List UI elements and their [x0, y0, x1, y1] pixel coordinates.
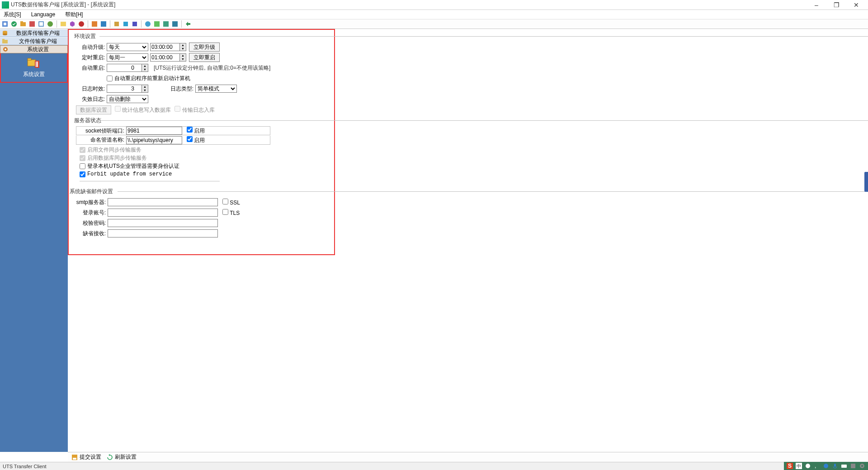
toolbar-icon-3[interactable]	[19, 20, 27, 28]
socket-port-label: socket侦听端口:	[76, 127, 124, 135]
refresh-settings-button[interactable]: 刷新设置	[107, 453, 137, 461]
tray-gear-icon[interactable]	[859, 463, 865, 469]
auto-restart-label: 自动重启:	[76, 64, 105, 72]
upgrade-now-button[interactable]: 立即升级	[189, 43, 220, 52]
toolbar-icon-18[interactable]	[171, 20, 179, 28]
toolbar-icon-5[interactable]	[38, 20, 45, 28]
login-account-input[interactable]	[108, 209, 218, 217]
toolbar-icon-15[interactable]	[144, 20, 151, 28]
svg-rect-6	[39, 22, 43, 26]
tray-icon-4[interactable]: ,	[814, 463, 820, 469]
minimize-button[interactable]: –	[807, 0, 826, 9]
toolbar-icon-2[interactable]	[10, 20, 18, 28]
menu-system[interactable]: 系统[S]	[2, 10, 23, 19]
svg-rect-40	[841, 465, 847, 468]
window-title: UTS数据传输客户端 [系统设置] - [系统设置]	[11, 1, 115, 9]
invalid-log-select[interactable]: 自动删除	[107, 95, 148, 103]
maximize-button[interactable]: ❐	[826, 0, 846, 9]
status-bar: UTS Transfer Client 0 0 B	[0, 462, 868, 470]
verify-pwd-label: 校验密码:	[76, 219, 106, 227]
status-app-name: UTS Transfer Client	[3, 464, 47, 469]
svg-rect-32	[73, 458, 76, 460]
socket-port-input[interactable]	[126, 127, 182, 135]
auto-restart-minutes-input[interactable]: ▲▼	[107, 64, 148, 72]
toolbar-icon-7[interactable]	[60, 20, 67, 28]
tls-label: TLS	[230, 210, 240, 216]
socket-enable-label: 启用	[194, 128, 205, 134]
log-type-select[interactable]: 简单模式	[195, 85, 237, 93]
tray-icon-2[interactable]: 中	[796, 463, 802, 469]
submit-settings-button[interactable]: 提交设置	[71, 453, 101, 461]
menu-language[interactable]: Language	[29, 10, 57, 19]
sched-restart-freq-select[interactable]: 每周一	[107, 53, 148, 62]
reboot-before-checkbox[interactable]	[107, 76, 113, 81]
svg-rect-29	[36, 62, 37, 67]
smtp-label: smtp服务器:	[76, 199, 106, 206]
tray-ime-icon[interactable]: S	[787, 463, 793, 469]
svg-text:,: ,	[815, 463, 816, 469]
toolbar-icon-10[interactable]	[91, 20, 98, 28]
svg-rect-4	[20, 21, 23, 23]
sidebar: 数据库传输客户端 文件传输客户端 系统设置 系统设置	[0, 29, 68, 452]
pipe-name-input[interactable]	[126, 136, 182, 144]
pipe-enable-checkbox[interactable]	[187, 136, 193, 142]
auto-upgrade-freq-select[interactable]: 每天	[107, 43, 148, 51]
restart-now-button[interactable]: 立即重启	[189, 53, 220, 62]
toolbar-icon-1[interactable]	[1, 20, 9, 28]
tray-mic-icon[interactable]	[832, 463, 838, 469]
save-icon	[71, 454, 78, 461]
auto-upgrade-label: 自动升级:	[76, 43, 105, 51]
toolbar-icon-17[interactable]	[162, 20, 170, 28]
tray-icon-8[interactable]	[850, 463, 856, 469]
sidebar-item-db-client[interactable]: 数据库传输客户端	[0, 29, 68, 37]
toolbar-icon-19[interactable]	[184, 20, 192, 28]
right-panel-handle[interactable]	[864, 172, 868, 192]
tray-keyboard-icon[interactable]	[841, 463, 847, 469]
toolbar-icon-12[interactable]	[113, 20, 120, 28]
title-bar: UTS数据传输客户端 [系统设置] - [系统设置] – ❐ ✕	[0, 0, 868, 10]
login-auth-row: 登录本机UTS企业管理器需要身份认证	[80, 162, 860, 170]
default-recv-input[interactable]	[108, 229, 218, 237]
svg-point-7	[47, 21, 53, 27]
sidebar-tile-system-settings[interactable]: 系统设置	[0, 53, 68, 83]
svg-rect-14	[132, 22, 137, 26]
svg-rect-17	[163, 21, 169, 27]
svg-point-9	[79, 21, 84, 27]
toolbar-icon-16[interactable]	[153, 20, 160, 28]
socket-enable-checkbox[interactable]	[187, 127, 193, 133]
server-legend: 服务器状态	[74, 117, 860, 124]
db-settings-button[interactable]: 数据库设置	[76, 105, 111, 114]
sidebar-tile-label: 系统设置	[1, 71, 67, 78]
login-auth-checkbox[interactable]	[80, 163, 85, 169]
enable-db-sync-row: 启用数据库同步传输服务	[80, 154, 860, 162]
toolbar-icon-11[interactable]	[100, 20, 107, 28]
forbid-update-checkbox[interactable]	[80, 171, 85, 177]
toolbar-icon-14[interactable]	[131, 20, 138, 28]
svg-rect-39	[834, 464, 836, 467]
toolbar-icon-4[interactable]	[28, 20, 36, 28]
toolbar-icon-13[interactable]	[122, 20, 129, 28]
toolbar-icon-9[interactable]	[78, 20, 85, 28]
xfer-log-to-db-label: 传输日志入库	[182, 107, 215, 113]
toolbar-icon-8[interactable]	[69, 20, 76, 28]
sidebar-item-system-settings[interactable]: 系统设置	[0, 45, 68, 53]
ssl-checkbox[interactable]	[222, 199, 228, 204]
enable-file-sync-checkbox	[80, 147, 85, 153]
forbid-update-row: Forbit update from service	[80, 170, 860, 178]
tray-icon-5[interactable]	[823, 463, 829, 469]
svg-rect-23	[2, 39, 5, 40]
verify-pwd-input[interactable]	[108, 219, 218, 227]
svg-rect-12	[114, 22, 119, 26]
menu-help[interactable]: 帮助[H]	[63, 10, 85, 19]
close-button[interactable]: ✕	[846, 0, 866, 9]
stats-to-db-checkbox	[115, 106, 121, 112]
svg-rect-26	[28, 60, 36, 66]
sidebar-item-file-client[interactable]: 文件传输客户端	[0, 37, 68, 45]
toolbar-icon-6[interactable]	[47, 20, 54, 28]
auto-upgrade-time-input[interactable]: ▲▼	[150, 43, 186, 51]
tray-icon-3[interactable]	[805, 463, 811, 469]
log-expire-input[interactable]: ▲▼	[107, 85, 148, 93]
tls-checkbox[interactable]	[222, 209, 228, 215]
smtp-input[interactable]	[108, 198, 218, 206]
sched-restart-time-input[interactable]: ▲▼	[150, 53, 186, 62]
